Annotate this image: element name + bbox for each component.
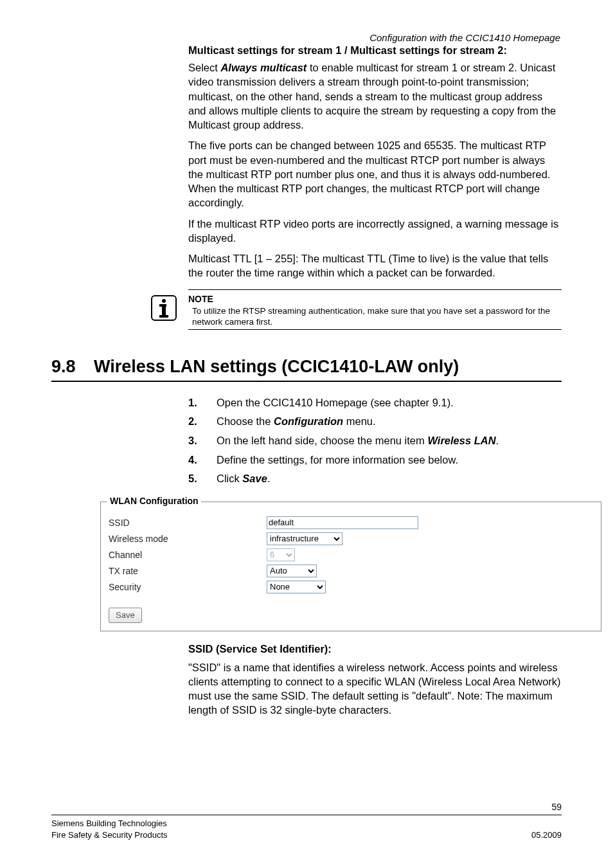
multicast-para-1: Select Always multicast to enable multic… xyxy=(188,60,562,132)
step3-a: On the left hand side, choose the menu i… xyxy=(217,435,427,446)
ssid-para: "SSID" is a name that identifies a wirel… xyxy=(188,660,562,718)
wlan-mode-label: Wireless mode xyxy=(109,534,267,544)
section-title: Wireless LAN settings (CCIC1410-LAW only… xyxy=(94,357,459,377)
page-number: 59 xyxy=(51,802,562,812)
wlan-tx-select[interactable]: Auto xyxy=(267,565,317,577)
step2-em: Configuration xyxy=(274,415,343,427)
multicast-para-3: If the multicast RTP video ports are inc… xyxy=(188,217,562,246)
note-title: NOTE xyxy=(188,294,562,304)
wlan-channel-label: Channel xyxy=(109,550,267,560)
footer-rule xyxy=(51,815,562,815)
note-text: To utilize the RTSP streaming authentica… xyxy=(188,305,562,328)
note-bottom-rule xyxy=(188,329,562,330)
info-icon xyxy=(151,295,179,323)
wlan-security-select[interactable]: None xyxy=(267,581,326,593)
step2-a: Choose the xyxy=(217,415,274,427)
multicast-p1-em: Always multicast xyxy=(220,62,306,73)
multicast-para-4: Multicast TTL [1 – 255]: The multicast T… xyxy=(188,251,562,280)
step-4: Define the settings, for more informatio… xyxy=(188,452,562,469)
wlan-ssid-input[interactable] xyxy=(267,516,418,529)
step-3: On the left hand side, choose the menu i… xyxy=(188,433,562,449)
wlan-security-label: Security xyxy=(109,582,267,592)
wlan-ssid-label: SSID xyxy=(109,518,267,528)
wlan-channel-select: 6 xyxy=(267,548,295,561)
step3-em: Wireless LAN xyxy=(427,435,495,446)
wlan-config-panel: WLAN Configuration SSID Wireless mode in… xyxy=(100,502,601,631)
page-footer: 59 Siemens Building Technologies Fire Sa… xyxy=(51,802,562,841)
note-block: NOTE To utilize the RTSP streaming authe… xyxy=(188,294,562,330)
footer-left-2: Fire Safety & Security Products xyxy=(51,829,168,841)
step4-text: Define the settings, for more informatio… xyxy=(217,454,458,466)
section-rule xyxy=(51,381,562,382)
wlan-legend: WLAN Configuration xyxy=(107,496,201,506)
step5-em: Save xyxy=(242,473,267,484)
wlan-save-button[interactable]: Save xyxy=(109,608,142,623)
step-2: Choose the Configuration menu. xyxy=(188,413,562,430)
multicast-p1-a: Select xyxy=(188,62,220,73)
ssid-subhead: SSID (Service Set Identifier): xyxy=(188,643,562,655)
step1-text: Open the CCIC1410 Homepage (see chapter … xyxy=(217,397,454,408)
wlan-tx-label: TX rate xyxy=(109,566,267,576)
header-context-line: Configuration with the CCIC1410 Homepage xyxy=(51,32,562,43)
footer-right-2: 05.2009 xyxy=(531,829,562,841)
section-number: 9.8 xyxy=(51,357,94,377)
multicast-subhead: Multicast settings for stream 1 / Multic… xyxy=(188,44,562,57)
step-5: Click Save. xyxy=(188,471,562,487)
wlan-mode-select[interactable]: infrastructure xyxy=(267,532,342,545)
step2-c: menu. xyxy=(343,415,375,427)
note-top-rule xyxy=(188,289,562,290)
steps-list: Open the CCIC1410 Homepage (see chapter … xyxy=(188,395,562,487)
step5-c: . xyxy=(267,473,271,484)
step-1: Open the CCIC1410 Homepage (see chapter … xyxy=(188,395,562,411)
step3-c: . xyxy=(496,435,499,446)
footer-left-1: Siemens Building Technologies xyxy=(51,818,167,829)
multicast-para-2: The five ports can be changed between 10… xyxy=(188,138,562,210)
step5-a: Click xyxy=(217,473,242,484)
